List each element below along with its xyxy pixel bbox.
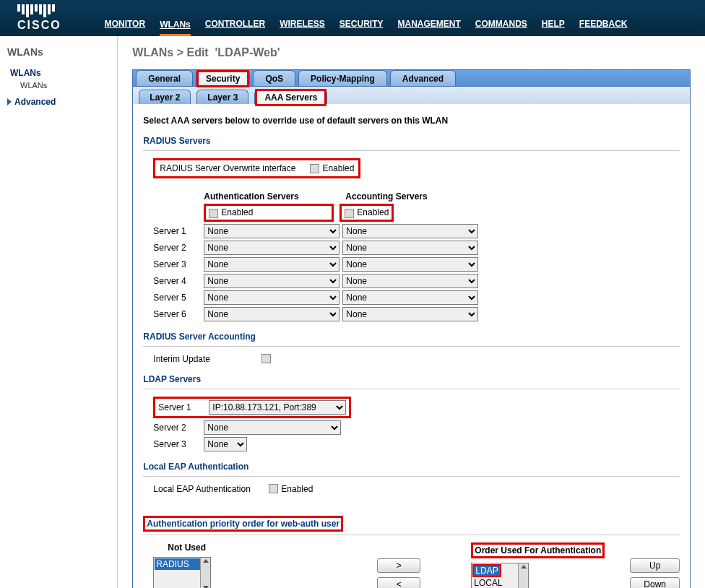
- scrollbar[interactable]: [518, 563, 528, 588]
- localeap-row-label: Local EAP Authentication: [153, 484, 269, 494]
- acct-server-1-select[interactable]: None: [342, 224, 478, 238]
- nav-feedback[interactable]: FEEDBACK: [579, 19, 628, 29]
- arrow-down-icon: [203, 586, 209, 588]
- localeap-title: Local EAP Authentication: [143, 462, 680, 472]
- nav-controller[interactable]: CONTROLLER: [205, 19, 265, 29]
- sidebar-item-label: Advanced: [14, 97, 56, 107]
- tab-advanced[interactable]: Advanced: [390, 70, 456, 86]
- order-used-label: Order Used For Authentication: [471, 542, 605, 558]
- order-used-listbox[interactable]: LDAP LOCAL: [471, 563, 529, 588]
- sidebar-item-advanced[interactable]: Advanced: [7, 97, 110, 107]
- nav-security[interactable]: SECURITY: [339, 19, 384, 29]
- nav-wlans[interactable]: WLANs: [160, 20, 191, 36]
- move-left-button[interactable]: <: [377, 577, 420, 588]
- nav-monitor[interactable]: MONITOR: [105, 19, 145, 29]
- arrow-up-icon: [521, 565, 527, 568]
- server-label: Server 3: [153, 439, 204, 449]
- list-item[interactable]: LDAP: [472, 564, 501, 577]
- logo-bars-icon: [17, 4, 61, 17]
- sidebar-sub-wlans[interactable]: WLANs: [20, 81, 110, 90]
- server-label: Server 3: [153, 259, 204, 269]
- main-nav: MONITORWLANsCONTROLLERWIRELESSSECURITYMA…: [105, 19, 628, 29]
- auth-server-5-select[interactable]: None: [204, 290, 339, 305]
- instruction-text: Select AAA servers below to override use…: [143, 116, 680, 126]
- logo-text: CISCO: [17, 19, 61, 32]
- ldap-server-3-select[interactable]: None: [204, 437, 247, 451]
- auth-server-3-select[interactable]: None: [204, 257, 339, 272]
- radius-overwrite-checkbox[interactable]: [310, 164, 319, 173]
- subtab-layer-3[interactable]: Layer 3: [196, 90, 248, 104]
- main-content: WLANs > Edit 'LDAP-Web' GeneralSecurityQ…: [118, 36, 705, 588]
- scrollbar[interactable]: [200, 558, 210, 588]
- not-used-listbox[interactable]: RADIUS: [153, 557, 211, 588]
- interim-update-checkbox[interactable]: [261, 354, 271, 363]
- acct-servers-header: Accounting Servers: [345, 191, 427, 202]
- auth-enabled-checkbox[interactable]: [209, 209, 218, 218]
- breadcrumb: WLANs > Edit 'LDAP-Web': [132, 46, 691, 59]
- nav-commands[interactable]: COMMANDS: [475, 19, 527, 29]
- nav-wireless[interactable]: WIRELESS: [280, 19, 325, 29]
- main-tabs: GeneralSecurityQoSPolicy-MappingAdvanced: [132, 69, 691, 87]
- server-label: Server 2: [153, 423, 204, 433]
- auth-server-1-select[interactable]: None: [204, 224, 339, 238]
- breadcrumb-root[interactable]: WLANs: [132, 46, 173, 59]
- top-bar: CISCO MONITORWLANsCONTROLLERWIRELESSSECU…: [0, 0, 705, 36]
- sidebar-title: WLANs: [7, 46, 110, 58]
- breadcrumb-name: 'LDAP-Web': [215, 46, 280, 59]
- move-up-button[interactable]: Up: [630, 558, 680, 573]
- acct-server-2-select[interactable]: None: [342, 241, 478, 255]
- acct-enabled-checkbox[interactable]: [345, 209, 354, 218]
- not-used-label: Not Used: [168, 542, 326, 553]
- auth-server-6-select[interactable]: None: [204, 307, 339, 321]
- radius-overwrite-label: RADIUS Server Overwrite interface: [160, 163, 295, 173]
- nav-help[interactable]: HELP: [542, 19, 565, 29]
- sidebar-item-wlans[interactable]: WLANs: [7, 68, 110, 78]
- breadcrumb-action: Edit: [186, 46, 208, 59]
- ldap-title: LDAP Servers: [143, 374, 680, 384]
- move-down-button[interactable]: Down: [630, 577, 680, 588]
- server-label: Server 1: [153, 226, 204, 236]
- tab-security[interactable]: Security: [196, 70, 250, 86]
- subtab-layer-2[interactable]: Layer 2: [139, 90, 191, 104]
- server-label: Server 2: [153, 243, 204, 253]
- nav-management[interactable]: MANAGEMENT: [397, 19, 460, 29]
- tab-panel: Select AAA servers below to override use…: [132, 104, 691, 588]
- sub-tabs: Layer 2Layer 3AAA Servers: [132, 87, 691, 104]
- ldap-server-1-select[interactable]: IP:10.88.173.121, Port:389: [209, 400, 346, 415]
- auth-servers-header: Authentication Servers: [204, 191, 339, 202]
- interim-update-label: Interim Update: [153, 354, 261, 364]
- sidebar-item-label: WLANs: [10, 68, 41, 78]
- acct-server-4-select[interactable]: None: [342, 274, 478, 288]
- move-right-button[interactable]: >: [377, 558, 420, 573]
- cisco-logo: CISCO: [17, 4, 61, 32]
- tab-general[interactable]: General: [136, 70, 193, 86]
- tab-qos[interactable]: QoS: [253, 70, 295, 86]
- radius-accounting-title: RADIUS Server Accounting: [143, 332, 680, 342]
- server-label: Server 4: [153, 276, 204, 286]
- localeap-checkbox[interactable]: [269, 484, 278, 493]
- ldap-server-2-select[interactable]: None: [204, 420, 341, 435]
- acct-server-6-select[interactable]: None: [342, 307, 478, 321]
- server-label: Server 1: [158, 402, 209, 412]
- chevron-right-icon: [7, 98, 12, 105]
- arrow-up-icon: [203, 559, 209, 563]
- radius-title: RADIUS Servers: [143, 136, 680, 146]
- acct-server-3-select[interactable]: None: [342, 257, 478, 272]
- acct-server-5-select[interactable]: None: [342, 290, 478, 305]
- enabled-label: Enabled: [322, 163, 354, 173]
- auth-server-2-select[interactable]: None: [204, 241, 339, 255]
- authprio-title: Authentication priority order for web-au…: [147, 519, 339, 529]
- sidebar: WLANs WLANs WLANs Advanced: [0, 36, 118, 588]
- server-label: Server 5: [153, 293, 204, 303]
- tab-policy-mapping[interactable]: Policy-Mapping: [298, 70, 387, 86]
- auth-server-4-select[interactable]: None: [204, 274, 339, 288]
- server-label: Server 6: [153, 309, 204, 319]
- subtab-aaa-servers[interactable]: AAA Servers: [254, 90, 327, 104]
